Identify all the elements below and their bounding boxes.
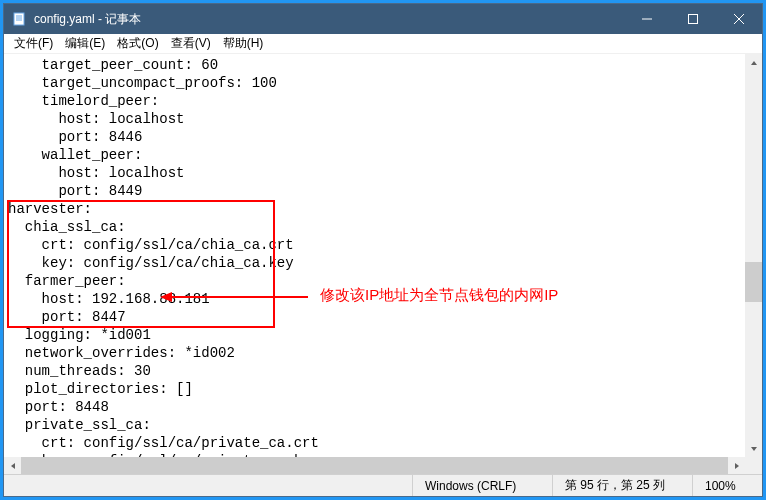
close-button[interactable] [716,4,762,34]
status-position: 第 95 行，第 25 列 [552,475,692,496]
menu-file[interactable]: 文件(F) [8,34,59,53]
status-zoom: 100% [692,475,762,496]
scrollbar-corner [745,457,762,474]
svg-marker-12 [11,463,15,469]
svg-marker-13 [735,463,739,469]
window-title: config.yaml - 记事本 [34,11,141,28]
menu-help[interactable]: 帮助(H) [217,34,270,53]
svg-marker-10 [751,61,757,65]
minimize-button[interactable] [624,4,670,34]
maximize-button[interactable] [670,4,716,34]
annotation-label: 修改该IP地址为全节点钱包的内网IP [320,286,558,305]
status-encoding: Windows (CRLF) [412,475,552,496]
scroll-h-thumb[interactable] [21,457,728,474]
app-icon [12,11,28,27]
menu-format[interactable]: 格式(O) [111,34,164,53]
scroll-right-button[interactable] [728,457,745,474]
scroll-down-button[interactable] [745,440,762,457]
menu-edit[interactable]: 编辑(E) [59,34,111,53]
svg-rect-5 [689,15,698,24]
scroll-v-track[interactable] [745,71,762,440]
statusbar: Windows (CRLF) 第 95 行，第 25 列 100% [4,474,762,496]
titlebar[interactable]: config.yaml - 记事本 [4,4,762,34]
notepad-window: config.yaml - 记事本 文件(F) 编辑(E) 格式(O) 查看(V… [3,3,763,497]
menu-view[interactable]: 查看(V) [165,34,217,53]
scroll-up-button[interactable] [745,54,762,71]
scroll-left-button[interactable] [4,457,21,474]
svg-marker-11 [751,447,757,451]
menubar: 文件(F) 编辑(E) 格式(O) 查看(V) 帮助(H) [4,34,762,54]
horizontal-scrollbar[interactable] [4,457,745,474]
vertical-scrollbar[interactable] [745,54,762,457]
content-area: target_peer_count: 60 target_uncompact_p… [4,54,762,474]
text-editor[interactable]: target_peer_count: 60 target_uncompact_p… [4,54,745,457]
svg-rect-0 [14,13,24,25]
scroll-v-thumb[interactable] [745,262,762,302]
